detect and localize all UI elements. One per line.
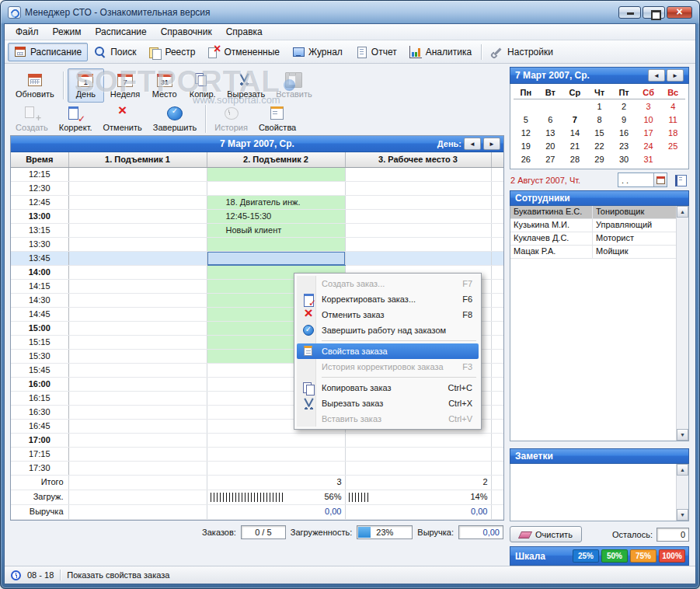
slot-cell[interactable]: [68, 363, 207, 377]
place-button[interactable]: 31Место: [146, 68, 183, 103]
calendar-day[interactable]: 18: [660, 126, 685, 139]
prev-day-button[interactable]: ◄: [464, 138, 481, 150]
week-button[interactable]: 7Неделя: [106, 68, 145, 103]
slot-cell[interactable]: [345, 167, 491, 181]
cancelled-button[interactable]: Отмененные: [201, 43, 286, 61]
calendar-day[interactable]: 3: [636, 99, 661, 113]
slot-cell[interactable]: [207, 237, 345, 251]
slot-cell[interactable]: [68, 279, 207, 293]
slot-cell[interactable]: [68, 167, 207, 181]
settings-button[interactable]: Настройки: [485, 43, 559, 61]
calendar-day[interactable]: 22: [587, 139, 612, 152]
slot-cell[interactable]: [207, 167, 345, 181]
slot-cell[interactable]: [68, 321, 207, 335]
slot-cell[interactable]: [345, 195, 491, 209]
calendar-day[interactable]: 30: [611, 152, 636, 166]
appointment-text[interactable]: 18. Двигатель инж.: [207, 195, 345, 209]
menu-schedule[interactable]: Расписание: [89, 25, 154, 39]
slot-cell[interactable]: [68, 181, 207, 195]
complete-button[interactable]: Завершить: [148, 104, 201, 134]
calendar-day[interactable]: 4: [660, 99, 685, 113]
calendar-day[interactable]: 21: [562, 139, 587, 152]
clear-button[interactable]: Очистить: [510, 526, 582, 542]
paste-order-menu-item[interactable]: Вставить заказCtrl+V: [297, 411, 479, 427]
calendar-day[interactable]: 14: [562, 126, 587, 139]
notes-scrollbar[interactable]: ▲ ▼: [676, 464, 688, 521]
slot-cell[interactable]: [207, 461, 345, 475]
cancel-order-menu-item[interactable]: Отменить заказF8: [297, 307, 479, 322]
registry-button[interactable]: Реестр: [142, 43, 201, 61]
scroll-down-icon[interactable]: ▼: [677, 509, 688, 521]
calendar-day[interactable]: 26: [514, 152, 538, 166]
next-month-button[interactable]: ►: [667, 69, 684, 82]
slot-cell[interactable]: [68, 251, 207, 265]
slot-cell[interactable]: [68, 447, 207, 461]
paste-button[interactable]: Вставить: [271, 68, 317, 103]
slot-cell[interactable]: [68, 419, 207, 433]
appointment-text[interactable]: Новый клиент: [207, 223, 345, 237]
close-button[interactable]: [667, 6, 692, 19]
edit-order-menu-item[interactable]: Корректировать заказ...F6: [297, 291, 479, 307]
calendar-day[interactable]: 12: [514, 126, 538, 139]
properties-button[interactable]: Свойства: [254, 104, 301, 134]
slot-cell[interactable]: [345, 251, 491, 265]
employee-row[interactable]: Куклачев Д.С.Моторист: [510, 232, 676, 246]
calendar-day[interactable]: 2: [611, 99, 636, 113]
slot-cell[interactable]: [68, 209, 207, 223]
employee-row[interactable]: Мацак Р.А.Мойщик: [510, 246, 676, 259]
slot-cell[interactable]: [207, 181, 345, 195]
report-button[interactable]: Отчет: [349, 43, 403, 61]
slot-cell[interactable]: [68, 335, 207, 349]
cancel-button[interactable]: Отменить: [99, 104, 147, 134]
copy-button[interactable]: Копир.: [184, 68, 221, 103]
slot-cell[interactable]: [68, 265, 207, 279]
cut-button[interactable]: Вырезать: [222, 68, 270, 103]
calendar-day[interactable]: 1: [587, 99, 612, 113]
order-properties-menu-item[interactable]: Свойства заказа: [297, 343, 479, 359]
history-button[interactable]: История: [210, 104, 252, 134]
calendar-day[interactable]: 6: [538, 113, 563, 126]
journal-button[interactable]: Журнал: [286, 43, 349, 61]
calendar-day[interactable]: 31: [636, 152, 661, 166]
slot-cell[interactable]: [68, 461, 207, 475]
menu-mode[interactable]: Режим: [46, 25, 89, 39]
slot-cell[interactable]: [345, 237, 491, 251]
slot-cell[interactable]: [345, 181, 491, 195]
date-picker-button[interactable]: [653, 173, 667, 186]
slot-cell[interactable]: [345, 223, 491, 237]
scroll-down-icon[interactable]: ▼: [677, 429, 688, 441]
slot-cell[interactable]: [207, 447, 345, 461]
slot-cell[interactable]: [207, 433, 345, 447]
calendar-day[interactable]: 20: [538, 139, 563, 152]
slot-cell[interactable]: [345, 461, 491, 475]
calendar-day[interactable]: 7: [562, 113, 587, 126]
calendar-day[interactable]: 16: [611, 126, 636, 139]
slot-cell[interactable]: [207, 251, 345, 265]
slot-cell[interactable]: [345, 209, 491, 223]
goto-date-input[interactable]: . .: [618, 173, 667, 187]
cut-order-menu-item[interactable]: Вырезать заказCtrl+X: [297, 396, 479, 411]
goto-notes-button[interactable]: [671, 173, 688, 188]
appointment-text[interactable]: 12:45-15:30: [207, 209, 345, 223]
refresh-button[interactable]: Обновить: [11, 68, 59, 103]
slot-cell[interactable]: [68, 293, 207, 307]
calendar-day[interactable]: 28: [562, 152, 587, 166]
correct-button[interactable]: Коррект.: [54, 104, 97, 134]
employees-scrollbar[interactable]: ▲ ▼: [676, 206, 688, 441]
calendar-day[interactable]: 27: [538, 152, 563, 166]
calendar-day[interactable]: 5: [514, 113, 538, 126]
copy-order-menu-item[interactable]: Копировать заказCtrl+C: [297, 380, 479, 396]
slot-cell[interactable]: [345, 433, 491, 447]
menu-file[interactable]: Файл: [9, 25, 46, 39]
slot-cell[interactable]: [68, 349, 207, 363]
calendar-day[interactable]: 11: [660, 113, 685, 126]
slot-cell[interactable]: [68, 195, 207, 209]
create-order-menu-item[interactable]: Создать заказ...F7: [297, 276, 479, 291]
prev-month-button[interactable]: ◄: [648, 69, 665, 82]
create-button[interactable]: Создать: [11, 104, 53, 134]
order-history-menu-item[interactable]: История корректировок заказаF3: [297, 359, 479, 375]
slot-cell[interactable]: [68, 377, 207, 391]
employee-row[interactable]: Кузькина М.И.Управляющий: [510, 219, 676, 232]
search-button[interactable]: Поиск: [88, 43, 142, 61]
day-button[interactable]: 1День: [68, 68, 104, 103]
